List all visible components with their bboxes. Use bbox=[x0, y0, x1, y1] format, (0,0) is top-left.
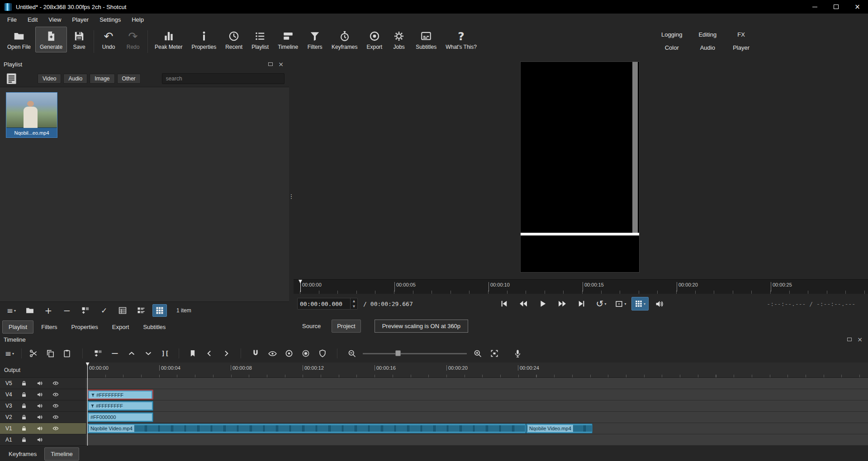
paste-button[interactable] bbox=[61, 347, 73, 360]
zoom-timeline-in-button[interactable] bbox=[472, 347, 484, 360]
panel-splitter[interactable]: ⋮ bbox=[289, 58, 294, 334]
timeline-button[interactable]: Timeline bbox=[273, 27, 303, 52]
mute-icon[interactable] bbox=[37, 437, 43, 443]
rewind-button[interactable] bbox=[515, 297, 532, 310]
export-button[interactable]: Export bbox=[362, 27, 387, 52]
keyframes-button[interactable]: Keyframes bbox=[327, 27, 362, 52]
hide-icon[interactable] bbox=[52, 403, 59, 409]
playlist-open-button[interactable] bbox=[23, 304, 37, 317]
timeline-playhead[interactable] bbox=[87, 362, 88, 446]
spin-up-button[interactable]: ▲ bbox=[351, 298, 357, 304]
hide-icon[interactable] bbox=[52, 414, 59, 420]
timeline-float-button[interactable] bbox=[847, 338, 852, 341]
clip-v1-video-2[interactable]: Nqobile Video.mp4 bbox=[526, 423, 593, 433]
mute-icon[interactable] bbox=[37, 425, 43, 432]
timeline-zoom-slider[interactable] bbox=[363, 349, 467, 358]
track-header-a1[interactable]: A1 bbox=[0, 434, 86, 446]
lift-button[interactable] bbox=[126, 347, 138, 360]
view-icons-button[interactable] bbox=[152, 304, 167, 317]
tab-properties[interactable]: Properties bbox=[65, 320, 104, 334]
timeline-close-button[interactable]: × bbox=[857, 336, 863, 343]
track-lane-a1[interactable] bbox=[86, 434, 868, 446]
hide-icon[interactable] bbox=[52, 391, 59, 398]
layout-player-button[interactable]: Player bbox=[728, 43, 754, 52]
maximize-button[interactable] bbox=[825, 0, 847, 14]
track-lane-v1[interactable]: Nqobile Video.mp4 Nqobile Video.mp4 bbox=[86, 423, 868, 434]
playlist-remove-button[interactable]: − bbox=[60, 304, 74, 317]
filter-tab-video[interactable]: Video bbox=[38, 74, 61, 84]
snap-button[interactable] bbox=[250, 347, 261, 360]
peak-meter-button[interactable]: Peak Meter bbox=[150, 27, 187, 52]
zoom-fit-player-button[interactable]: ▾ bbox=[612, 297, 629, 310]
mute-icon[interactable] bbox=[37, 391, 43, 398]
lock-icon[interactable] bbox=[21, 437, 27, 443]
tab-subtitles[interactable]: Subtitles bbox=[137, 320, 172, 334]
minimize-button[interactable] bbox=[804, 0, 825, 14]
layout-color-button[interactable]: Color bbox=[660, 43, 683, 52]
clip-v3-white[interactable]: #FFFFFFFF bbox=[87, 401, 153, 411]
tab-source[interactable]: Source bbox=[297, 320, 326, 333]
view-tiles-button[interactable] bbox=[134, 304, 148, 317]
close-button[interactable]: × bbox=[847, 0, 868, 14]
lock-icon[interactable] bbox=[21, 380, 27, 386]
filters-button[interactable]: Filters bbox=[303, 27, 327, 52]
track-lane-v4[interactable]: #FFFFFFFF bbox=[86, 389, 868, 400]
lock-icon[interactable] bbox=[21, 391, 27, 398]
current-time-input[interactable] bbox=[298, 298, 350, 309]
previous-marker-button[interactable] bbox=[204, 347, 215, 360]
jobs-button[interactable]: Jobs bbox=[387, 27, 411, 52]
clip-v2-black[interactable]: #FF000000 bbox=[87, 412, 153, 422]
volume-button[interactable] bbox=[651, 297, 668, 310]
output-track-header[interactable]: Output bbox=[0, 362, 86, 378]
mute-icon[interactable] bbox=[37, 403, 43, 409]
grid-button[interactable]: ▾ bbox=[631, 297, 649, 310]
layout-logging-button[interactable]: Logging bbox=[657, 30, 687, 39]
ripple-delete-button[interactable]: − bbox=[109, 347, 121, 360]
playhead-marker[interactable] bbox=[299, 280, 302, 292]
spin-down-button[interactable]: ▼ bbox=[351, 304, 357, 309]
playlist-item[interactable]: Nqobil...eo.mp4 bbox=[6, 92, 57, 138]
layout-editing-button[interactable]: Editing bbox=[694, 30, 721, 39]
track-lane-v3[interactable]: #FFFFFFFF bbox=[86, 400, 868, 412]
tab-keyframes[interactable]: Keyframes bbox=[2, 447, 43, 461]
playlist-button[interactable]: Playlist bbox=[247, 27, 273, 52]
properties-button[interactable]: Properties bbox=[187, 27, 221, 52]
loop-button[interactable]: ↺▾ bbox=[593, 297, 610, 310]
generate-button[interactable]: Generate bbox=[35, 27, 67, 52]
timeline-menu-button[interactable]: ≡▾ bbox=[4, 347, 15, 360]
whats-this-button[interactable]: ? What's This? bbox=[441, 27, 481, 52]
copy-button[interactable] bbox=[44, 347, 56, 360]
playlist-search-input[interactable] bbox=[162, 73, 285, 84]
zoom-slider-thumb[interactable] bbox=[395, 350, 401, 356]
skip-to-start-button[interactable] bbox=[495, 297, 512, 310]
tab-export[interactable]: Export bbox=[106, 320, 136, 334]
record-audio-button[interactable] bbox=[512, 347, 523, 360]
playlist-items-area[interactable]: Nqobil...eo.mp4 bbox=[0, 87, 289, 302]
menu-settings[interactable]: Settings bbox=[94, 14, 126, 25]
track-lane-v5[interactable] bbox=[86, 378, 868, 389]
mute-icon[interactable] bbox=[37, 414, 43, 420]
track-header-v3[interactable]: V3 bbox=[0, 400, 86, 412]
mute-icon[interactable] bbox=[37, 380, 43, 386]
lock-icon[interactable] bbox=[21, 414, 27, 420]
redo-button[interactable]: ↷ Redo bbox=[121, 27, 145, 52]
playlist-add-all-to-timeline-button[interactable] bbox=[78, 304, 93, 317]
tab-filters[interactable]: Filters bbox=[35, 320, 63, 334]
cut-button[interactable] bbox=[28, 347, 39, 360]
track-header-v5[interactable]: V5 bbox=[0, 378, 86, 389]
menu-view[interactable]: View bbox=[43, 14, 66, 25]
ripple-markers-button[interactable] bbox=[317, 347, 328, 360]
timeline-ruler[interactable]: 00:00:00 00:00:04 00:00:08 00:00:12 00:0… bbox=[86, 362, 868, 378]
ripple-button[interactable] bbox=[283, 347, 295, 360]
menu-help[interactable]: Help bbox=[126, 14, 149, 25]
playlist-add-button[interactable]: + bbox=[41, 304, 56, 317]
fast-forward-button[interactable] bbox=[554, 297, 571, 310]
ripple-all-tracks-button[interactable] bbox=[300, 347, 312, 360]
layout-audio-button[interactable]: Audio bbox=[696, 43, 720, 52]
hide-icon[interactable] bbox=[52, 425, 59, 432]
track-header-v2[interactable]: V2 bbox=[0, 412, 86, 423]
zoom-slider-track[interactable] bbox=[363, 353, 467, 354]
playlist-update-button[interactable]: ✓ bbox=[97, 304, 111, 317]
filter-tab-other[interactable]: Other bbox=[117, 74, 141, 84]
next-marker-button[interactable] bbox=[220, 347, 232, 360]
